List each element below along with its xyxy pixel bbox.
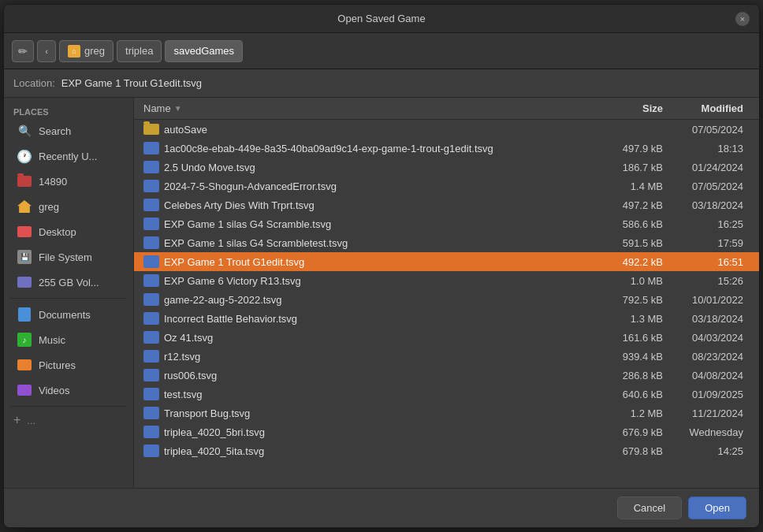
file-icon bbox=[143, 161, 159, 173]
table-row[interactable]: triplea_4020_5bri.tsvg676.9 kBWednesday bbox=[134, 422, 759, 441]
column-modified-header[interactable]: Modified bbox=[663, 102, 750, 114]
table-row[interactable]: EXP Game 1 Trout G1edit.tsvg492.2 kB16:5… bbox=[134, 252, 759, 271]
sidebar-add-label: ... bbox=[27, 415, 35, 426]
sidebar-label-14890: 14890 bbox=[39, 176, 67, 188]
file-name: EXP Game 1 Trout G1edit.tsvg bbox=[164, 256, 592, 268]
sidebar-divider-2 bbox=[10, 406, 127, 407]
file-size: 1.0 MB bbox=[592, 275, 663, 287]
sidebar-label-pictures: Pictures bbox=[39, 359, 76, 371]
file-modified: 18:13 bbox=[663, 143, 750, 154]
table-row[interactable]: autoSave07/05/2024 bbox=[134, 120, 759, 139]
sidebar-label-desktop: Desktop bbox=[39, 226, 76, 238]
sidebar-item-filesystem[interactable]: 💾 File System bbox=[7, 245, 130, 269]
toolbar: ✏ ‹ ⌂ greg triplea savedGames bbox=[4, 33, 759, 69]
table-row[interactable]: 2024-7-5-Shogun-AdvancedError.tsvg1.4 MB… bbox=[134, 177, 759, 195]
breadcrumb-triplea[interactable]: triplea bbox=[117, 40, 162, 62]
harddrive-icon bbox=[17, 274, 32, 290]
sidebar-label-music: Music bbox=[39, 334, 65, 346]
table-row[interactable]: rus006.tsvg286.8 kB04/08/2024 bbox=[134, 366, 759, 385]
file-icon bbox=[143, 407, 159, 419]
breadcrumb-greg[interactable]: ⌂ greg bbox=[59, 40, 114, 62]
file-name: test.tsvg bbox=[164, 389, 592, 400]
file-size: 492.2 kB bbox=[592, 256, 663, 268]
file-size: 792.5 kB bbox=[592, 294, 663, 306]
table-row[interactable]: 2.5 Undo Move.tsvg186.7 kB01/24/2024 bbox=[134, 158, 759, 177]
file-modified: 17:59 bbox=[663, 237, 750, 249]
close-button[interactable]: × bbox=[735, 12, 750, 26]
breadcrumb-triplea-label: triplea bbox=[125, 45, 153, 57]
column-size-header[interactable]: Size bbox=[592, 102, 663, 114]
filelist-header: Name ▼ Size Modified bbox=[134, 98, 759, 120]
table-row[interactable]: Celebes Arty Dies With Trprt.tsvg497.2 k… bbox=[134, 195, 759, 214]
cancel-button[interactable]: Cancel bbox=[617, 497, 682, 519]
file-size: 497.9 kB bbox=[592, 143, 663, 154]
sidebar-label-search: Search bbox=[39, 125, 71, 137]
file-modified: 15:26 bbox=[663, 275, 750, 287]
table-row[interactable]: EXP Game 1 silas G4 Scrambletest.tsvg591… bbox=[134, 233, 759, 252]
file-size: 286.8 kB bbox=[592, 370, 663, 381]
file-name: 2.5 Undo Move.tsvg bbox=[164, 162, 592, 173]
sidebar-item-videos[interactable]: Videos bbox=[7, 378, 130, 402]
column-name-header[interactable]: Name ▼ bbox=[143, 102, 592, 114]
col-name-label: Name bbox=[143, 102, 171, 114]
sidebar-item-search[interactable]: 🔍 Search bbox=[7, 119, 130, 143]
videos-icon bbox=[17, 382, 32, 398]
col-modified-label: Modified bbox=[702, 102, 743, 114]
file-name: Incorrect Battle Behavior.tsvg bbox=[164, 313, 592, 325]
file-modified: 07/05/2024 bbox=[663, 180, 750, 192]
table-row[interactable]: 1ac00c8e-ebab-449e-8a35-40ba09ad9c14-exp… bbox=[134, 139, 759, 158]
file-modified: 08/23/2024 bbox=[663, 351, 750, 363]
file-modified: Wednesday bbox=[663, 426, 750, 438]
file-icon bbox=[143, 199, 159, 211]
sidebar-item-14890[interactable]: 14890 bbox=[7, 169, 130, 193]
desktop-icon bbox=[17, 224, 32, 240]
table-row[interactable]: game-22-aug-5-2022.tsvg792.5 kB10/01/202… bbox=[134, 290, 759, 309]
file-icon bbox=[143, 312, 159, 325]
open-button[interactable]: Open bbox=[688, 497, 746, 519]
sidebar-item-desktop[interactable]: Desktop bbox=[7, 220, 130, 244]
breadcrumb-greg-label: greg bbox=[84, 45, 105, 57]
table-row[interactable]: Oz 41.tsvg161.6 kB04/03/2024 bbox=[134, 328, 759, 347]
sidebar-label-greg: greg bbox=[39, 201, 59, 213]
sidebar-item-pictures[interactable]: Pictures bbox=[7, 353, 130, 377]
file-size: 676.9 kB bbox=[592, 426, 663, 438]
sidebar-item-255gb[interactable]: 255 GB Vol... bbox=[7, 270, 130, 294]
file-size: 497.2 kB bbox=[592, 199, 663, 211]
table-row[interactable]: test.tsvg640.6 kB01/09/2025 bbox=[134, 385, 759, 404]
file-modified: 10/01/2022 bbox=[663, 294, 750, 306]
file-name: Celebes Arty Dies With Trprt.tsvg bbox=[164, 199, 592, 211]
music-icon: ♪ bbox=[17, 332, 32, 348]
footer: Cancel Open bbox=[4, 488, 759, 527]
breadcrumb-savedgames[interactable]: savedGames bbox=[165, 40, 243, 62]
table-row[interactable]: Transport Bug.tsvg1.2 MB11/21/2024 bbox=[134, 404, 759, 422]
sidebar-label-recently: Recently U... bbox=[39, 151, 97, 162]
table-row[interactable]: triplea_4020_5ita.tsvg679.8 kB14:25 bbox=[134, 441, 759, 460]
file-modified: 04/08/2024 bbox=[663, 370, 750, 381]
table-row[interactable]: EXP Game 6 Victory R13.tsvg1.0 MB15:26 bbox=[134, 271, 759, 290]
file-icon bbox=[143, 255, 159, 268]
table-row[interactable]: EXP Game 1 silas G4 Scramble.tsvg586.6 k… bbox=[134, 214, 759, 233]
sidebar-divider bbox=[10, 298, 127, 299]
file-icon bbox=[143, 331, 159, 344]
file-icon bbox=[143, 218, 159, 230]
table-row[interactable]: Incorrect Battle Behavior.tsvg1.3 MB03/1… bbox=[134, 309, 759, 328]
sidebar-item-documents[interactable]: Documents bbox=[7, 303, 130, 326]
sidebar-item-greg[interactable]: greg bbox=[7, 195, 130, 218]
file-size: 640.6 kB bbox=[592, 389, 663, 400]
file-icon bbox=[143, 388, 159, 400]
file-name: rus006.tsvg bbox=[164, 370, 592, 381]
filelist-body: autoSave07/05/20241ac00c8e-ebab-449e-8a3… bbox=[134, 120, 759, 488]
edit-location-button[interactable]: ✏ bbox=[12, 40, 34, 62]
table-row[interactable]: r12.tsvg939.4 kB08/23/2024 bbox=[134, 347, 759, 366]
sidebar-add-button[interactable]: + ... bbox=[4, 410, 133, 430]
file-icon bbox=[143, 180, 159, 192]
back-button[interactable]: ‹ bbox=[37, 40, 56, 62]
folder-red-icon bbox=[17, 173, 32, 189]
file-name: EXP Game 1 silas G4 Scramble.tsvg bbox=[164, 218, 592, 230]
sidebar-item-music[interactable]: ♪ Music bbox=[7, 328, 130, 352]
file-size: 939.4 kB bbox=[592, 351, 663, 363]
sidebar-item-recently[interactable]: 🕐 Recently U... bbox=[7, 144, 130, 168]
sidebar-label-255gb: 255 GB Vol... bbox=[39, 277, 99, 288]
location-value: EXP Game 1 Trout G1edit.tsvg bbox=[61, 77, 202, 89]
file-size: 1.4 MB bbox=[592, 180, 663, 192]
